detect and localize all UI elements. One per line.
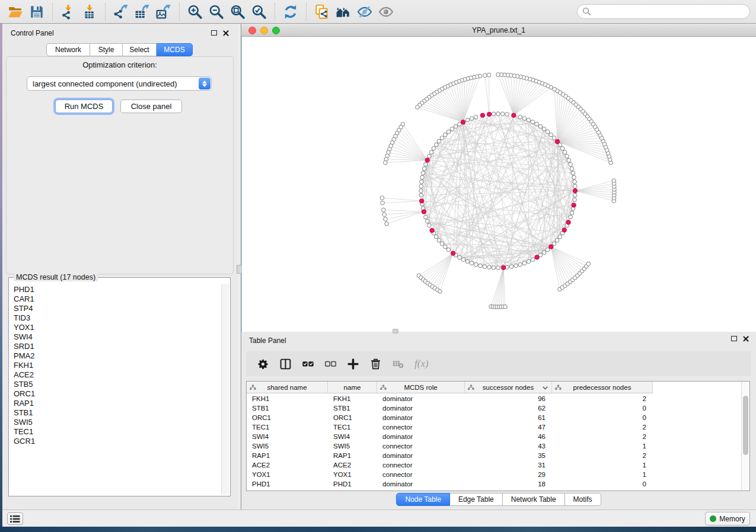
table-row[interactable]: SWI5SWI5connector431 — [247, 441, 741, 451]
graph-hub-node[interactable] — [422, 210, 426, 214]
column-header-predecessor-nodes[interactable]: predecessor nodes — [552, 382, 653, 393]
graph-node[interactable] — [572, 175, 576, 180]
graph-node[interactable] — [446, 248, 451, 252]
float-window-icon[interactable] — [211, 30, 217, 36]
graph-node[interactable] — [437, 238, 441, 242]
mcds-result-item[interactable]: SWI4 — [14, 332, 221, 342]
search-input[interactable] — [577, 4, 750, 19]
graph-node[interactable] — [573, 198, 577, 202]
graph-node[interactable] — [474, 262, 478, 267]
mcds-result-item[interactable]: ACE2 — [14, 370, 221, 380]
network-canvas[interactable] — [241, 37, 756, 332]
mcds-result-item[interactable]: ORC1 — [14, 389, 221, 399]
task-history-button[interactable] — [7, 512, 23, 525]
clone-network-icon[interactable] — [313, 3, 331, 21]
graph-node[interactable] — [428, 223, 432, 227]
zoom-selected-icon[interactable] — [250, 3, 268, 21]
graph-node[interactable] — [571, 171, 575, 175]
graph-node[interactable] — [487, 73, 491, 77]
graph-node[interactable] — [509, 265, 513, 269]
import-network-icon[interactable] — [59, 3, 77, 21]
horizontal-splitter-handle[interactable] — [393, 329, 398, 334]
tab-mcds[interactable]: MCDS — [157, 43, 193, 56]
graph-hub-node[interactable] — [461, 120, 465, 124]
graph-node[interactable] — [422, 166, 426, 171]
memory-button[interactable]: Memory — [705, 512, 750, 525]
tab-network[interactable]: Network — [46, 43, 90, 56]
graph-node[interactable] — [492, 265, 496, 270]
run-mcds-button[interactable]: Run MCDS — [55, 100, 113, 113]
graph-node[interactable] — [570, 166, 574, 171]
settings-gear-icon[interactable] — [256, 357, 270, 371]
graph-node[interactable] — [546, 130, 550, 134]
graph-node[interactable] — [381, 208, 385, 212]
table-row[interactable]: SWI4SWI4dominator462 — [247, 432, 741, 441]
graph-node[interactable] — [573, 184, 577, 188]
save-session-icon[interactable] — [28, 3, 46, 21]
graph-hub-node[interactable] — [430, 228, 434, 232]
zoom-out-icon[interactable] — [208, 3, 225, 21]
close-panel-button[interactable]: Close panel — [120, 100, 182, 113]
graph-hub-node[interactable] — [535, 255, 539, 259]
graph-node[interactable] — [465, 259, 470, 264]
mcds-result-item[interactable]: PMA2 — [14, 351, 221, 361]
graph-node[interactable] — [483, 73, 487, 78]
mcds-result-item[interactable]: GCR1 — [14, 437, 221, 446]
graph-node[interactable] — [437, 139, 441, 143]
open-session-icon[interactable] — [7, 3, 24, 21]
graph-node[interactable] — [527, 118, 531, 122]
zoom-fit-icon[interactable] — [229, 3, 247, 21]
graph-node[interactable] — [458, 255, 462, 259]
graph-node[interactable] — [434, 143, 438, 147]
graph-node[interactable] — [565, 154, 569, 158]
graph-hub-node[interactable] — [487, 112, 491, 116]
graph-hub-node[interactable] — [562, 228, 566, 232]
graph-node[interactable] — [563, 150, 567, 155]
mcds-result-item[interactable]: SWI5 — [14, 418, 221, 427]
mcds-result-item[interactable]: SRD1 — [14, 342, 221, 351]
graph-hub-node[interactable] — [451, 251, 455, 255]
graph-node[interactable] — [535, 122, 539, 126]
graph-node[interactable] — [527, 259, 531, 264]
graph-node[interactable] — [514, 264, 518, 268]
tab-select[interactable]: Select — [123, 43, 157, 56]
table-row[interactable]: PHD1PHD1dominator180 — [247, 479, 741, 489]
graph-node[interactable] — [538, 124, 543, 129]
graph-node[interactable] — [465, 118, 470, 122]
graph-hub-node[interactable] — [501, 265, 505, 270]
function-builder-icon[interactable]: f(x) — [414, 358, 429, 370]
graph-node[interactable] — [518, 115, 522, 119]
network-graph[interactable] — [242, 37, 756, 332]
graph-node[interactable] — [470, 117, 474, 121]
column-header-name[interactable]: name — [328, 382, 377, 393]
graph-node[interactable] — [474, 115, 478, 119]
column-header-successor-nodes[interactable]: successor nodes — [465, 382, 552, 393]
graph-node[interactable] — [558, 235, 562, 239]
graph-hub-node[interactable] — [573, 188, 577, 193]
graph-node[interactable] — [522, 261, 527, 265]
graph-node[interactable] — [553, 87, 557, 91]
graph-node[interactable] — [531, 258, 535, 262]
graph-node[interactable] — [542, 127, 546, 131]
graph-node[interactable] — [492, 112, 496, 116]
graph-node[interactable] — [434, 235, 438, 239]
graph-node[interactable] — [573, 180, 577, 184]
column-header-MCDS-role[interactable]: MCDS role — [377, 382, 465, 393]
graph-hub-node[interactable] — [425, 158, 429, 162]
graph-node[interactable] — [440, 242, 444, 246]
network-window-titlebar[interactable]: YPA_prune.txt_1 — [241, 24, 756, 37]
graph-node[interactable] — [420, 180, 424, 184]
close-icon[interactable] — [222, 30, 229, 36]
float-table-panel-icon[interactable] — [731, 336, 737, 341]
table-row[interactable]: ACE2ACE2connector311 — [247, 460, 741, 470]
table-row[interactable]: FKH1FKH1dominator962 — [247, 394, 741, 403]
graph-node[interactable] — [432, 146, 436, 150]
graph-node[interactable] — [419, 193, 423, 197]
result-scrollbar[interactable] — [221, 284, 229, 495]
graph-node[interactable] — [569, 215, 573, 219]
graph-node[interactable] — [454, 124, 458, 129]
graph-node[interactable] — [531, 120, 535, 124]
graph-node[interactable] — [560, 146, 564, 150]
graph-node[interactable] — [380, 196, 384, 200]
mcds-result-item[interactable]: FKH1 — [14, 361, 221, 370]
